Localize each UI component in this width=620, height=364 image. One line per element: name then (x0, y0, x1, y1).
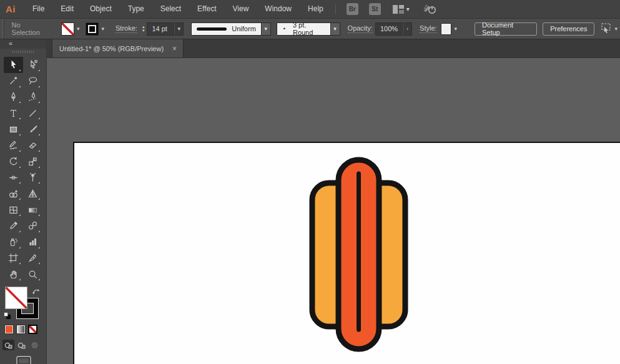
none-button[interactable] (28, 325, 37, 334)
opacity-value[interactable]: 100% (375, 22, 403, 36)
fill-color-control[interactable]: ▾ (61, 22, 82, 36)
canvas-pasteboard[interactable] (47, 58, 620, 364)
menu-view[interactable]: View (225, 0, 257, 18)
eyedropper-tool[interactable] (4, 218, 23, 234)
brush-definition-chevron[interactable]: ▾ (331, 22, 340, 36)
eraser-tool[interactable] (23, 137, 42, 154)
puppet-warp-tool[interactable] (23, 170, 42, 186)
shape-builder-tool[interactable] (4, 185, 23, 202)
lasso-tool[interactable] (23, 73, 42, 89)
curvature-tool[interactable] (23, 89, 42, 106)
menu-window[interactable]: Window (257, 0, 300, 18)
width-tool[interactable] (4, 170, 23, 186)
rectangle-tool[interactable] (4, 121, 23, 137)
menu-object[interactable]: Object (82, 0, 120, 18)
tools-panel-header[interactable]: « (0, 39, 46, 49)
arrow-right-icon: › (406, 26, 408, 32)
magic-wand-tool-icon (8, 76, 19, 86)
artboard-tool[interactable] (4, 250, 23, 267)
perspective-grid-tool[interactable] (23, 185, 42, 202)
default-fill-stroke-button[interactable] (4, 312, 11, 319)
zoom-tool[interactable] (23, 266, 42, 282)
swap-fill-stroke-button[interactable] (32, 287, 41, 298)
tools-grid (4, 57, 42, 282)
artboard[interactable] (73, 142, 620, 364)
symbol-sprayer-tool[interactable] (4, 234, 23, 250)
hotdog-artwork[interactable] (74, 143, 620, 364)
line-segment-tool-icon (27, 108, 38, 119)
preferences-button[interactable]: Preferences (543, 22, 594, 36)
slice-tool[interactable] (23, 250, 42, 267)
spinner-down-icon[interactable]: ▾ (142, 29, 145, 32)
hand-tool[interactable] (4, 266, 23, 282)
select-similar-control[interactable]: ▾ (599, 23, 620, 34)
menu-edit[interactable]: Edit (52, 0, 82, 18)
scale-tool-icon (27, 156, 38, 167)
selection-status: No Selection (12, 21, 50, 36)
app-logo: Ai (6, 4, 16, 14)
chevron-down-icon[interactable]: ▾ (74, 26, 82, 32)
direct-selection-tool-icon (27, 59, 38, 70)
control-bar-grip[interactable] (0, 19, 4, 39)
stroke-weight-stepper[interactable]: ▴ ▾ (142, 25, 145, 32)
gpu-performance-button[interactable] (423, 4, 437, 14)
brush-definition-dropdown[interactable]: • 3 pt. Round (277, 22, 331, 36)
fill-none-swatch[interactable] (61, 22, 74, 36)
stroke-color-control[interactable]: ▾ (86, 22, 107, 36)
type-tool[interactable] (4, 105, 23, 121)
brush-definition-label: 3 pt. Round (293, 21, 325, 36)
column-graph-tool[interactable] (23, 234, 42, 250)
tools-panel-grip[interactable] (12, 51, 34, 54)
draw-normal-button[interactable] (2, 340, 14, 350)
blend-tool[interactable] (23, 218, 42, 234)
menu-help[interactable]: Help (300, 0, 332, 18)
shaper-tool[interactable] (4, 137, 23, 154)
stroke-label[interactable]: Stroke: (116, 24, 137, 33)
style-label[interactable]: Style: (420, 24, 437, 33)
gradient-tool[interactable] (23, 202, 42, 218)
pen-tool[interactable] (4, 89, 23, 106)
gradient-button[interactable] (16, 325, 26, 334)
width-profile-dropdown[interactable]: Uniform (191, 22, 262, 36)
workspace-switcher-button[interactable]: ▾ (393, 5, 410, 14)
scale-tool[interactable] (23, 154, 42, 170)
opacity-expand[interactable]: › (403, 22, 412, 36)
collapse-panel-icon[interactable]: « (9, 39, 13, 47)
screen-mode-icon (16, 356, 31, 364)
screen-mode-button[interactable] (0, 356, 47, 364)
width-profile-chevron[interactable]: ▾ (262, 22, 271, 36)
rotate-tool[interactable] (4, 154, 23, 170)
style-swatch[interactable] (441, 23, 452, 35)
chevron-down-icon[interactable]: ▾ (612, 26, 620, 32)
chevron-down-icon: ▾ (265, 26, 268, 32)
bridge-button[interactable]: Br (347, 3, 358, 15)
selection-tool[interactable] (4, 57, 23, 73)
menu-file[interactable]: File (24, 0, 52, 18)
menu-select[interactable]: Select (152, 0, 189, 18)
opacity-label[interactable]: Opacity: (348, 24, 373, 33)
mesh-tool[interactable] (4, 202, 23, 218)
paintbrush-tool[interactable] (23, 121, 42, 137)
draw-behind-button[interactable] (16, 340, 27, 350)
chevron-down-icon[interactable]: ▾ (451, 26, 460, 32)
direct-selection-tool[interactable] (23, 57, 42, 73)
stroke-weight-dropdown[interactable]: ▾ (174, 22, 184, 36)
menu-effect[interactable]: Effect (189, 0, 224, 18)
stroke-weight-value[interactable]: 14 pt (147, 22, 174, 36)
gradient-tool-icon (27, 205, 38, 215)
document-tab[interactable]: Untitled-1* @ 50% (RGB/Preview) × (52, 39, 184, 57)
menu-type[interactable]: Type (120, 0, 152, 18)
color-button[interactable] (4, 325, 14, 334)
line-segment-tool[interactable] (23, 105, 42, 121)
draw-inside-button[interactable] (29, 340, 41, 350)
chevron-down-icon[interactable]: ▾ (99, 26, 107, 32)
fill-indicator-none[interactable] (5, 287, 27, 309)
close-tab-icon[interactable]: × (172, 44, 177, 53)
eraser-tool-icon (27, 140, 38, 150)
document-tab-bar: Untitled-1* @ 50% (RGB/Preview) × (47, 39, 620, 58)
stroke-color-swatch[interactable] (86, 22, 99, 36)
control-bar: No Selection ▾ ▾ Stroke: ▴ ▾ 14 pt ▾ Uni… (0, 19, 620, 39)
stock-button[interactable]: St (369, 3, 381, 15)
magic-wand-tool[interactable] (4, 73, 23, 89)
document-setup-button[interactable]: Document Setup (475, 22, 537, 36)
